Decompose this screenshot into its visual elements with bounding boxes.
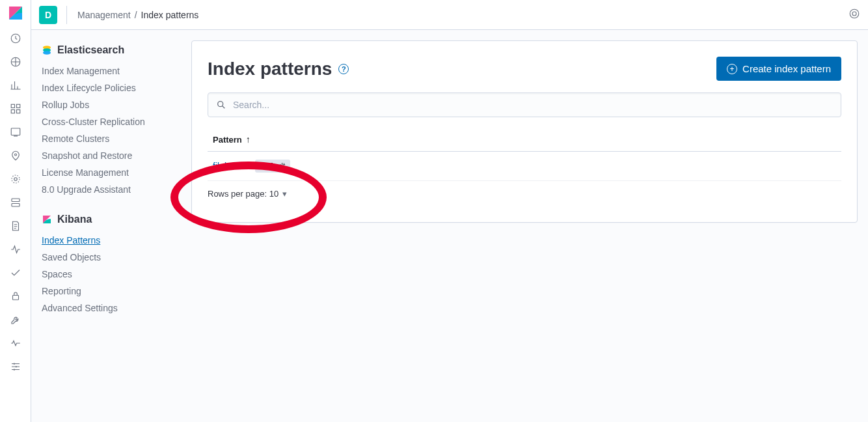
svg-point-16 [852, 12, 856, 16]
svg-rect-7 [16, 110, 20, 113]
pattern-link[interactable]: filebeat-* [213, 161, 249, 171]
create-index-pattern-button[interactable]: + Create index pattern [716, 57, 841, 81]
breadcrumb-parent[interactable]: Management [77, 10, 131, 20]
space-selector[interactable]: D [39, 6, 57, 24]
table-row[interactable]: filebeat-* Default [208, 152, 841, 181]
sidebar-item-remote-clusters[interactable]: Remote Clusters [42, 130, 170, 147]
help-icon[interactable]: ? [338, 64, 349, 74]
sidebar-item-index-patterns[interactable]: Index Patterns [42, 232, 170, 249]
apm-icon[interactable] [10, 244, 21, 255]
monitoring-icon[interactable] [10, 337, 21, 349]
index-patterns-panel: Index patterns ? + Create index pattern [191, 40, 858, 223]
svg-point-19 [43, 51, 51, 54]
section-kibana: Kibana [42, 214, 170, 225]
svg-point-15 [850, 9, 859, 18]
search-box[interactable] [208, 92, 841, 117]
breadcrumb-current: Index patterns [141, 10, 199, 20]
uptime-icon[interactable] [10, 267, 21, 279]
page-title: Index patterns ? [208, 59, 349, 79]
infrastructure-icon[interactable] [10, 197, 21, 208]
breadcrumb-separator: / [135, 10, 137, 20]
management-icon[interactable] [10, 361, 21, 373]
visualize-icon[interactable] [10, 79, 21, 91]
sidebar-item-advanced-settings[interactable]: Advanced Settings [42, 300, 170, 316]
logs-icon[interactable] [10, 220, 21, 232]
maps-icon[interactable] [10, 150, 21, 162]
management-sidebar: Elasticsearch Index Management Index Lif… [31, 30, 181, 422]
column-pattern: Pattern [213, 135, 242, 145]
chevron-down-icon: ▾ [282, 189, 287, 199]
svg-rect-12 [12, 199, 20, 202]
section-kibana-title: Kibana [57, 214, 92, 225]
ml-icon[interactable] [10, 173, 21, 185]
sidebar-item-rollup[interactable]: Rollup Jobs [42, 96, 170, 113]
svg-point-21 [218, 102, 223, 107]
svg-line-22 [223, 106, 225, 109]
recently-viewed-icon[interactable] [10, 33, 21, 44]
sidebar-item-ccr[interactable]: Cross-Cluster Replication [42, 113, 170, 130]
sidebar-item-spaces[interactable]: Spaces [42, 266, 170, 283]
newsfeed-icon[interactable] [848, 8, 860, 22]
sidebar-item-saved-objects[interactable]: Saved Objects [42, 249, 170, 266]
plus-circle-icon: + [727, 64, 737, 74]
sidebar-item-reporting[interactable]: Reporting [42, 283, 170, 300]
svg-rect-13 [12, 204, 20, 207]
kibana-logo[interactable] [8, 5, 23, 21]
siem-icon[interactable] [10, 290, 21, 302]
dev-tools-icon[interactable] [10, 314, 21, 326]
sidebar-item-upgrade[interactable]: 8.0 Upgrade Assistant [42, 181, 170, 198]
header-divider [66, 6, 67, 24]
kibana-logo-icon [42, 214, 52, 225]
content-area: Index patterns ? + Create index pattern [181, 30, 868, 422]
svg-rect-6 [11, 110, 14, 113]
sidebar-item-snapshot-restore[interactable]: Snapshot and Restore [42, 147, 170, 164]
canvas-icon[interactable] [10, 126, 21, 138]
dashboard-icon[interactable] [10, 103, 21, 115]
svg-point-9 [14, 154, 16, 156]
table-header[interactable]: Pattern ↑ [208, 128, 841, 152]
search-icon [216, 100, 226, 110]
elasticsearch-logo-icon [42, 45, 52, 55]
svg-rect-5 [16, 104, 20, 107]
breadcrumb: Management / Index patterns [77, 10, 198, 20]
svg-point-11 [12, 175, 20, 183]
nav-rail [0, 0, 31, 422]
sort-up-icon: ↑ [246, 134, 251, 145]
search-input[interactable] [233, 100, 833, 110]
section-elasticsearch-title: Elasticsearch [57, 44, 124, 56]
svg-point-10 [14, 178, 17, 181]
discover-icon[interactable] [10, 56, 21, 68]
sidebar-item-ilm[interactable]: Index Lifecycle Policies [42, 79, 170, 96]
sidebar-item-license[interactable]: License Management [42, 164, 170, 181]
default-badge: Default [255, 160, 290, 173]
sidebar-item-index-management[interactable]: Index Management [42, 63, 170, 79]
rows-per-page[interactable]: Rows per page: 10 ▾ [208, 181, 841, 206]
section-elasticsearch: Elasticsearch [42, 44, 170, 56]
svg-rect-14 [12, 296, 18, 300]
header-bar: D Management / Index patterns [31, 0, 868, 30]
svg-rect-8 [11, 128, 20, 135]
svg-rect-4 [11, 104, 14, 107]
